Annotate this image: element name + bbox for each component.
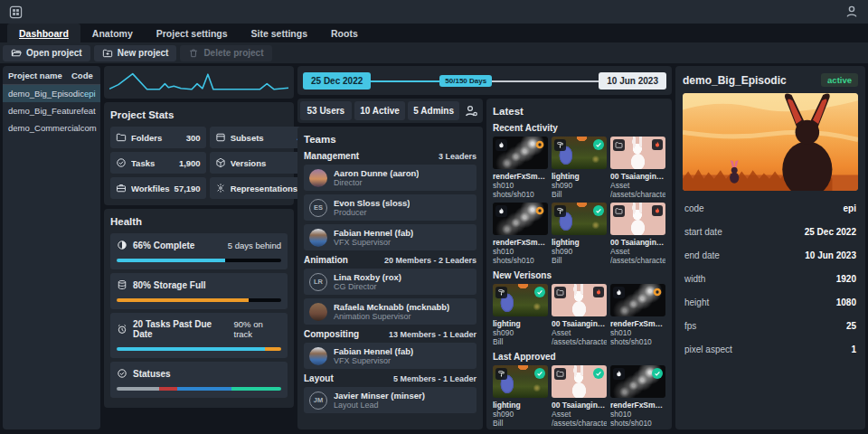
health-title: Health — [110, 216, 288, 227]
open-project-button[interactable]: Open project — [3, 45, 90, 61]
activity-card[interactable]: renderFxSmokesh010shots/sh010 — [493, 137, 548, 199]
active-users-button[interactable]: 10 Active — [354, 101, 406, 120]
member-name: Javier Minser (minser) — [334, 391, 425, 401]
activity-card[interactable]: lightingsh090Bill — [493, 284, 548, 346]
activity-sparkline-panel — [104, 66, 294, 99]
status-progress-icon — [534, 139, 545, 150]
status-approved-icon — [534, 368, 545, 379]
progress-segment — [265, 347, 281, 351]
team-member-row[interactable]: ESEvon Sloss (sloss)Producer — [304, 194, 476, 221]
user-settings-icon[interactable] — [462, 104, 480, 118]
latest-section-title: New Verisons — [493, 270, 665, 280]
latest-title: Latest — [493, 106, 665, 117]
project-detail-panel: demo_Big_Episodic active — [675, 66, 865, 429]
detail-fields: codeepistart date25 Dec 2022end date10 J… — [683, 196, 858, 361]
detail-field-row: pixel aspect1 — [683, 337, 858, 361]
card-subtitle: Asset — [610, 181, 665, 190]
health-tile-header: Statuses — [117, 368, 281, 379]
health-tile[interactable]: 66% Complete5 days behind — [110, 233, 288, 269]
card-subtitle: Asset — [552, 410, 607, 419]
bunny-blue-thumbnail — [552, 203, 607, 235]
fx-flame-icon — [613, 287, 625, 298]
project-stats-panel: Project Stats Folders300Subsets43,412Tas… — [104, 102, 294, 205]
health-label: 80% Storage Full — [133, 280, 206, 290]
team-member-row[interactable]: Fabian Hennel (fab)VFX Supervisor — [304, 224, 476, 250]
task-roller-icon — [495, 287, 507, 298]
folder-icon — [554, 368, 566, 380]
field-value: 25 Dec 2022 — [805, 227, 856, 237]
status-badge: active — [821, 73, 858, 87]
stat-tile-workfiles[interactable]: Workfiles57,190 — [110, 177, 206, 199]
tab-dashboard[interactable]: Dashboard — [7, 24, 80, 42]
team-member-row[interactable]: Aaron Dunne (aaron)Director — [304, 165, 476, 191]
card-path: shots/sh010 — [493, 256, 548, 265]
timeline-end-date[interactable]: 10 Jun 2023 — [599, 72, 666, 90]
tab-anatomy[interactable]: Anatomy — [80, 24, 145, 42]
health-list: 66% Complete5 days behind80% Storage Ful… — [110, 233, 288, 398]
field-value: 1080 — [836, 297, 856, 307]
card-title: lighting — [493, 401, 548, 410]
status-approved-icon — [593, 205, 604, 216]
activity-card[interactable]: renderFxSmokesh010shots/sh010 — [610, 284, 665, 346]
activity-card[interactable]: 00 Tsaiangints Typlulsi...Asset/assets/c… — [552, 284, 607, 346]
timeline-progress-badge[interactable]: 50/150 Days — [439, 75, 492, 87]
stat-tile-folders[interactable]: Folders300 — [110, 127, 206, 148]
stat-tile-tasks[interactable]: Tasks1,900 — [110, 152, 206, 174]
team-group-name: Layout — [304, 373, 334, 383]
tab-project-settings[interactable]: Project settings — [145, 24, 240, 42]
team-member-row[interactable]: Rafaela Mcknabb (mcknabb)Animation Super… — [304, 298, 476, 325]
table-row[interactable]: demo_Big_Featurefeat — [3, 102, 100, 119]
new-project-button[interactable]: New project — [94, 45, 177, 61]
detail-field-row: width1920 — [683, 267, 858, 290]
status-urgent-icon — [652, 139, 663, 150]
activity-card[interactable]: renderFxSmokesh010shots/sh010 — [493, 203, 548, 265]
team-member-row[interactable]: Fabian Hennel (fab)VFX Supervisor — [304, 343, 476, 369]
health-tile[interactable]: 80% Storage Full — [110, 273, 288, 309]
activity-card[interactable]: 00 Tsaiangints Typlulsi...Asset/assets/c… — [610, 203, 665, 265]
health-tile-header: 66% Complete5 days behind — [117, 240, 281, 250]
activity-card[interactable]: lightingsh090Bill — [552, 203, 607, 265]
activity-card[interactable]: 00 Tsaiangints Typlulsi...Asset/assets/c… — [552, 365, 607, 428]
timeline-start-date[interactable]: 25 Dec 2022 — [303, 72, 371, 90]
tab-roots[interactable]: Roots — [319, 24, 370, 42]
app-logo-grid-icon[interactable] — [9, 5, 23, 19]
member-name: Fabian Hennel (fab) — [334, 228, 413, 238]
field-label: pixel aspect — [684, 344, 732, 354]
activity-card[interactable]: renderFxSmokesh010shots/sh010 — [610, 365, 665, 428]
avatar: JM — [309, 392, 327, 410]
project-code-cell: epi — [84, 89, 96, 99]
team-member-row[interactable]: LRLina Roxby (rox)CG Director — [304, 269, 476, 295]
tab-site-settings[interactable]: Site settings — [240, 24, 319, 42]
latest-panel: Latest Recent ActivityrenderFxSmokesh010… — [486, 99, 672, 429]
table-row[interactable]: demo_Big_Episodicepi — [3, 85, 100, 102]
task-roller-icon — [554, 139, 566, 151]
admins-count-button[interactable]: 5 Admins — [408, 101, 459, 120]
team-group-name: Animation — [304, 255, 348, 265]
delete-project-button[interactable]: Delete project — [180, 45, 271, 61]
activity-card[interactable]: lightingsh090Bill — [493, 365, 548, 428]
progress-segment — [117, 259, 225, 262]
health-label: Statuses — [133, 369, 171, 379]
activity-card[interactable]: lightingsh090Bill — [552, 137, 607, 199]
activity-sparkline-chart — [109, 71, 288, 94]
new-project-label: New project — [118, 48, 169, 58]
member-role: CG Director — [334, 282, 401, 291]
field-label: code — [684, 203, 704, 213]
stat-value: 300 — [186, 133, 201, 143]
stat-label: Tasks — [131, 158, 175, 168]
activity-card[interactable]: 00 Tsaiangints Typlulsi...Asset/assets/c… — [610, 137, 665, 199]
table-row[interactable]: demo_Commercialcom — [3, 119, 100, 137]
health-label: 20 Tasks Past Due Date — [133, 319, 229, 339]
team-group-name: Compositing — [304, 329, 359, 339]
main-tabs: DashboardAnatomyProject settingsSite set… — [0, 24, 868, 42]
users-count-button[interactable]: 53 Users — [300, 101, 352, 120]
health-right-text: 5 days behind — [228, 241, 281, 250]
card-grid: lightingsh090Bill00 Tsaiangints Typlulsi… — [493, 365, 665, 428]
detail-field-row: codeepi — [683, 196, 858, 220]
bunny-blue-thumbnail — [552, 137, 607, 169]
team-member-row[interactable]: JMJavier Minser (minser)Layout Lead — [304, 387, 476, 413]
health-tile[interactable]: 20 Tasks Past Due Date90% on track — [110, 313, 288, 358]
health-tile[interactable]: Statuses — [110, 362, 288, 398]
card-subtitle: sh010 — [610, 410, 665, 419]
user-icon[interactable] — [844, 5, 859, 19]
